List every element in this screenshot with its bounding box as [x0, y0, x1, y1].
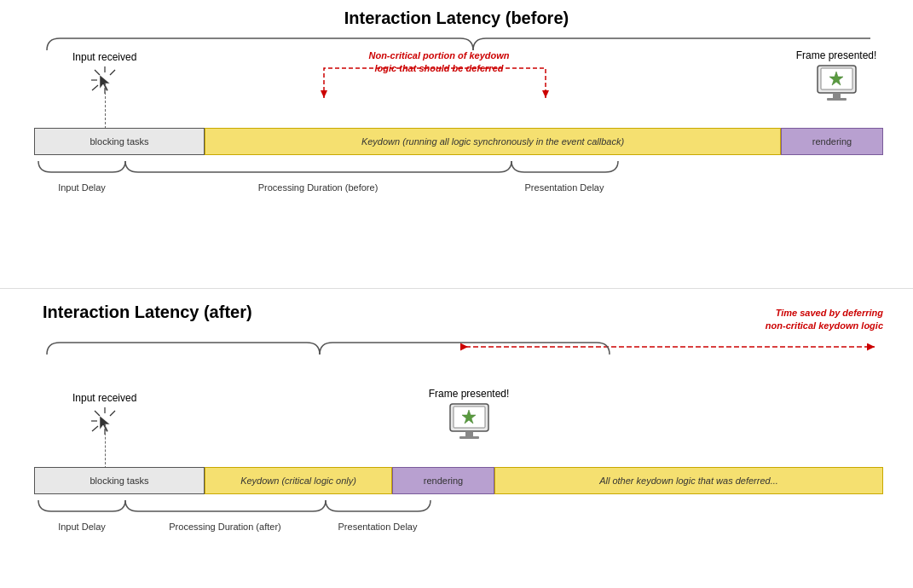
- svg-line-20: [110, 411, 115, 416]
- bottom-monitor-svg: [446, 402, 493, 445]
- svg-rect-12: [833, 93, 841, 98]
- svg-line-0: [95, 70, 100, 75]
- bottom-under-brace-svg: Input Delay Processing Duration (after) …: [34, 496, 883, 539]
- svg-marker-8: [542, 90, 549, 98]
- bottom-time-saved-label: Time saved by deferring non-critical key…: [766, 307, 883, 332]
- svg-text:Presentation Delay: Presentation Delay: [338, 522, 418, 532]
- top-frame-presented-label: Frame presented!: [789, 49, 883, 109]
- bottom-bar-keydown: Keydown (critical logic only): [205, 467, 392, 494]
- top-non-critical-label: Non-critical portion of keydown logic th…: [350, 49, 529, 75]
- top-timeline-row: blocking tasks Keydown (running all logi…: [34, 128, 883, 157]
- svg-rect-13: [827, 98, 847, 101]
- svg-line-4: [92, 85, 98, 90]
- bottom-section: Interaction Latency (after) Time saved b…: [26, 303, 887, 567]
- top-frame-presented-text: Frame presented!: [789, 49, 883, 61]
- top-non-critical-text2: logic that should be deferred: [375, 63, 504, 73]
- svg-marker-7: [321, 90, 327, 98]
- bottom-time-saved-text1: Time saved by deferring: [776, 308, 883, 318]
- svg-line-18: [95, 411, 100, 416]
- top-under-brace-svg: Input Delay Processing Duration (before)…: [34, 157, 883, 199]
- bottom-brace-svg: [43, 339, 870, 358]
- bottom-bar-rendering: rendering: [392, 467, 494, 494]
- bottom-timeline-row: blocking tasks Keydown (critical logic o…: [34, 467, 883, 496]
- svg-rect-28: [465, 431, 473, 436]
- top-bar-keydown: Keydown (running all logic synchronously…: [205, 128, 781, 155]
- svg-text:Processing Duration (after): Processing Duration (after): [169, 522, 280, 532]
- bottom-input-received-text: Input received: [72, 392, 136, 404]
- top-input-received-text: Input received: [72, 51, 136, 63]
- svg-line-22: [92, 426, 98, 431]
- bottom-brace-container: [43, 339, 870, 358]
- top-bar-blocking: blocking tasks: [34, 128, 205, 155]
- svg-text:Input Delay: Input Delay: [58, 522, 106, 532]
- diagram-container: Interaction Latency (before) Input recei…: [0, 0, 913, 588]
- top-monitor-icon: [789, 64, 883, 109]
- bottom-bar-blocking: blocking tasks: [34, 467, 205, 494]
- top-bar-rendering: rendering: [781, 128, 883, 155]
- top-title: Interaction Latency (before): [26, 9, 887, 28]
- bottom-v-dashed: [105, 424, 106, 469]
- bottom-frame-presented-text: Frame presented!: [418, 388, 520, 400]
- top-non-critical-text1: Non-critical portion of keydown: [368, 50, 509, 61]
- bottom-bar-deferred: All other keydown logic that was deferre…: [494, 467, 883, 494]
- bottom-frame-presented-label: Frame presented!: [418, 388, 520, 447]
- svg-text:Processing Duration (before): Processing Duration (before): [258, 182, 378, 193]
- bottom-monitor-icon: [418, 402, 520, 447]
- section-divider: [0, 288, 913, 289]
- bottom-time-saved-text2: non-critical keydown logic: [766, 320, 883, 331]
- svg-rect-29: [459, 436, 479, 439]
- svg-text:Input Delay: Input Delay: [58, 182, 106, 193]
- svg-line-2: [110, 70, 115, 75]
- top-monitor-svg: [813, 64, 860, 107]
- bottom-title: Interaction Latency (after): [43, 303, 887, 322]
- top-section: Interaction Latency (before) Input recei…: [26, 9, 887, 273]
- svg-text:Presentation Delay: Presentation Delay: [525, 182, 604, 193]
- top-v-dashed: [105, 84, 106, 133]
